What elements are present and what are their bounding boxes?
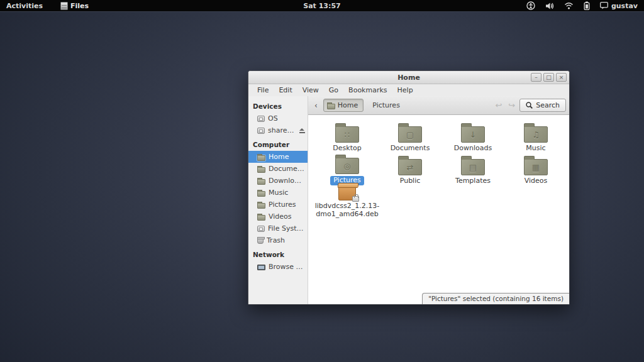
sidebar-item-trash[interactable]: Trash <box>248 234 308 246</box>
search-button[interactable]: Search <box>519 99 566 112</box>
battery-icon[interactable] <box>584 1 590 10</box>
file-videos[interactable]: ▦ Videos <box>504 153 567 185</box>
file-libdvdcss-deb[interactable]: libdvdcss2_1.2.13-dmo1_amd64.deb <box>316 185 379 218</box>
documents-emblem-icon: ▢ <box>399 127 421 142</box>
sidebar-item-documents[interactable]: Documents <box>248 163 308 175</box>
history-back-icon[interactable]: ↩ <box>493 101 504 110</box>
folder-icon: ⇄ <box>398 159 422 175</box>
menu-edit[interactable]: Edit <box>274 85 297 96</box>
folder-icon: ◎ <box>335 158 359 174</box>
file-documents[interactable]: ▢ Documents <box>379 120 441 153</box>
camera-emblem-icon: ◎ <box>336 158 358 173</box>
film-emblem-icon: ▦ <box>525 160 547 175</box>
status-bar: "Pictures" selected (containing 16 items… <box>422 293 569 304</box>
home-folder-icon <box>327 104 335 109</box>
maximize-button[interactable]: □ <box>543 73 554 82</box>
folder-icon <box>257 191 265 197</box>
menu-bookmarks[interactable]: Bookmarks <box>343 85 392 96</box>
sidebar-item-home[interactable]: Home <box>248 151 308 163</box>
file-view[interactable]: ∷ Desktop ▢ Documents ↓ Downloads ♫ Musi… <box>308 115 569 304</box>
sidebar-item-os[interactable]: OS <box>248 112 308 124</box>
sidebar-item-downloads[interactable]: Downloads <box>248 175 308 187</box>
places-sidebar: Devices OS shared_... Computer Home Docu… <box>248 96 308 304</box>
close-button[interactable]: × <box>556 73 567 82</box>
sidebar-item-shared[interactable]: shared_... <box>248 124 308 136</box>
folder-icon <box>257 203 265 209</box>
folder-icon: ▢ <box>398 126 422 143</box>
files-app-icon <box>60 2 68 10</box>
share-emblem-icon: ⇄ <box>399 160 421 175</box>
search-icon <box>526 102 533 109</box>
sidebar-item-pictures[interactable]: Pictures <box>248 199 308 211</box>
folder-icon <box>257 155 265 161</box>
folder-icon: ↓ <box>461 126 485 143</box>
sidebar-section-network: Network <box>248 246 308 261</box>
file-pictures-selected[interactable]: ◎ Pictures <box>316 153 379 185</box>
disk-icon <box>257 128 265 134</box>
menu-go[interactable]: Go <box>324 85 343 96</box>
folder-icon <box>257 167 265 173</box>
file-templates[interactable]: ▤ Templates <box>441 153 504 185</box>
folder-icon: ▤ <box>461 159 485 175</box>
menu-bar: File Edit View Go Bookmarks Help <box>248 84 569 96</box>
breadcrumb-home-button[interactable]: Home <box>323 99 364 112</box>
status-text: "Pictures" selected (containing 16 items… <box>428 295 564 302</box>
folder-icon <box>257 179 265 185</box>
folder-icon: ▦ <box>524 159 548 175</box>
window-title: Home <box>397 74 420 82</box>
window-titlebar[interactable]: Home – □ × <box>248 71 569 84</box>
top-bar: Activities Files Sat 13:57 gustav <box>0 0 644 12</box>
files-window: Home – □ × File Edit View Go Bookmarks H… <box>248 70 570 305</box>
sidebar-item-browse-network[interactable]: Browse Net... <box>248 261 308 273</box>
file-desktop[interactable]: ∷ Desktop <box>316 120 379 153</box>
history-forward-icon[interactable]: ↪ <box>506 101 517 110</box>
breadcrumb-pictures-button[interactable]: Pictures <box>366 99 406 111</box>
sidebar-section-devices: Devices <box>248 98 308 112</box>
lock-emblem-icon <box>352 196 359 202</box>
network-icon <box>257 265 265 270</box>
file-public[interactable]: ⇄ Public <box>379 153 441 185</box>
volume-icon[interactable] <box>545 2 554 10</box>
template-emblem-icon: ▤ <box>462 160 484 175</box>
folder-icon: ∷ <box>335 126 359 143</box>
wifi-icon[interactable] <box>564 2 574 9</box>
music-emblem-icon: ♫ <box>525 127 547 142</box>
disk-icon <box>257 226 265 232</box>
menu-help[interactable]: Help <box>392 85 418 96</box>
folder-icon: ♫ <box>524 126 548 143</box>
disk-icon <box>257 116 265 122</box>
folder-icon <box>257 215 265 221</box>
eject-icon[interactable] <box>299 128 305 133</box>
username-label: gustav <box>611 2 638 10</box>
chat-bubble-icon <box>600 2 608 9</box>
app-menu-button[interactable]: Files <box>60 2 89 10</box>
downloads-emblem-icon: ↓ <box>462 127 484 142</box>
sidebar-section-computer: Computer <box>248 136 308 151</box>
menu-file[interactable]: File <box>252 85 274 96</box>
activities-button[interactable]: Activities <box>6 2 43 10</box>
pathbar-scroll-left-button[interactable]: ‹ <box>311 101 321 110</box>
package-icon <box>338 185 356 200</box>
trash-icon <box>257 238 264 244</box>
sidebar-item-videos[interactable]: Videos <box>248 211 308 222</box>
desktop-emblem-icon: ∷ <box>336 127 358 142</box>
sidebar-item-music[interactable]: Music <box>248 187 308 199</box>
file-downloads[interactable]: ↓ Downloads <box>441 120 504 153</box>
file-music[interactable]: ♫ Music <box>504 120 567 153</box>
sidebar-item-file-system[interactable]: File System <box>248 222 308 234</box>
minimize-button[interactable]: – <box>531 73 541 82</box>
path-toolbar: ‹ Home Pictures ↩ ↪ Search <box>308 96 569 115</box>
app-menu-label: Files <box>70 2 89 10</box>
accessibility-icon[interactable] <box>526 1 535 10</box>
user-menu-button[interactable]: gustav <box>600 2 638 10</box>
menu-view[interactable]: View <box>297 85 324 96</box>
